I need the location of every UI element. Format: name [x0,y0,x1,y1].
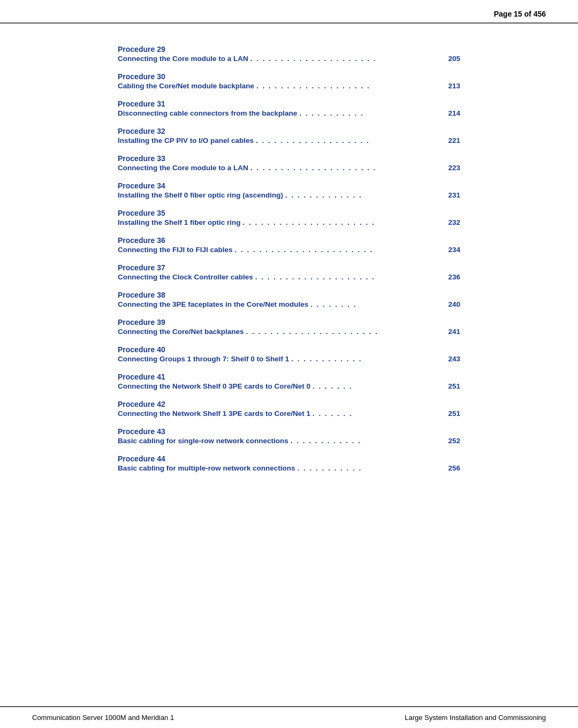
toc-item[interactable]: Procedure 39Connecting the Core/Net back… [118,318,460,336]
procedure-entry-31[interactable]: Disconnecting cable connectors from the … [118,109,460,117]
procedure-entry-42[interactable]: Connecting the Network Shelf 1 3PE cards… [118,410,460,418]
procedure-entry-34[interactable]: Installing the Shelf 0 fiber optic ring … [118,191,460,199]
entry-label: Connecting the Clock Controller cables [118,273,253,281]
procedure-entry-44[interactable]: Basic cabling for multiple-row network c… [118,464,460,472]
entry-page: 243 [448,355,460,363]
entry-label: Connecting the Network Shelf 1 3PE cards… [118,410,310,418]
page-container: Page 15 of 456 Procedure 29Connecting th… [0,0,578,728]
procedure-entry-35[interactable]: Installing the Shelf 1 fiber optic ring … [118,218,460,226]
entry-page: 214 [448,109,460,117]
entry-dots: . . . . . . . . . . . . [291,437,446,445]
procedure-title-29: Procedure 29 [118,45,460,54]
toc-item[interactable]: Procedure 35Installing the Shelf 1 fiber… [118,209,460,226]
toc-item[interactable]: Procedure 42Connecting the Network Shelf… [118,400,460,418]
entry-label: Basic cabling for multiple-row network c… [118,464,295,472]
toc-item[interactable]: Procedure 31Disconnecting cable connecto… [118,100,460,117]
bottom-footer: Communication Server 1000M and Meridian … [0,706,578,728]
procedure-entry-40[interactable]: Connecting Groups 1 through 7: Shelf 0 t… [118,355,460,363]
toc-item[interactable]: Procedure 36Connecting the FIJI to FIJI … [118,236,460,254]
entry-dots: . . . . . . . . . . . . . . . . . . . . [255,273,446,281]
entry-page: 236 [448,273,460,281]
entry-dots: . . . . . . . . . . . . . . . . . . . . … [250,164,446,172]
entry-dots: . . . . . . . . . . . . [291,355,446,363]
entry-dots: . . . . . . . . . . . [298,464,446,472]
procedure-entry-41[interactable]: Connecting the Network Shelf 0 3PE cards… [118,382,460,390]
entry-dots: . . . . . . . . . . . . . . . . . . . [256,82,446,90]
entry-label: Installing the Shelf 0 fiber optic ring … [118,191,283,199]
main-content: Procedure 29Connecting the Core module t… [0,24,578,706]
entry-label: Connecting the 3PE faceplates in the Cor… [118,300,308,308]
procedure-entry-32[interactable]: Installing the CP PIV to I/O panel cable… [118,136,460,145]
entry-dots: . . . . . . . . . . . . . . . . . . . . … [246,328,446,336]
entry-dots: . . . . . . . . [310,300,446,308]
procedure-title-31: Procedure 31 [118,100,460,108]
footer-left: Communication Server 1000M and Meridian … [32,714,174,722]
entry-page: 252 [448,437,460,445]
entry-page: 251 [448,382,460,390]
entry-label: Installing the Shelf 1 fiber optic ring [118,218,241,226]
toc-item[interactable]: Procedure 34Installing the Shelf 0 fiber… [118,181,460,199]
toc-item[interactable]: Procedure 44Basic cabling for multiple-r… [118,454,460,472]
procedure-title-36: Procedure 36 [118,236,460,245]
toc-item[interactable]: Procedure 30Cabling the Core/Net module … [118,72,460,90]
entry-dots: . . . . . . . . . . . . . [285,191,446,199]
toc-item[interactable]: Procedure 38Connecting the 3PE faceplate… [118,291,460,308]
top-header: Page 15 of 456 [0,0,578,24]
procedure-title-40: Procedure 40 [118,345,460,354]
entry-page: 205 [448,55,460,63]
entry-label: Connecting the FIJI to FIJI cables [118,246,233,254]
procedure-title-41: Procedure 41 [118,373,460,381]
procedure-title-42: Procedure 42 [118,400,460,408]
procedure-entry-36[interactable]: Connecting the FIJI to FIJI cables . . .… [118,246,460,254]
toc-item[interactable]: Procedure 41Connecting the Network Shelf… [118,373,460,390]
entry-page: 234 [448,246,460,254]
toc-item[interactable]: Procedure 32Installing the CP PIV to I/O… [118,127,460,145]
entry-dots: . . . . . . . [313,410,446,418]
procedure-title-44: Procedure 44 [118,454,460,463]
toc-item[interactable]: Procedure 33Connecting the Core module t… [118,154,460,172]
entry-label: Connecting the Core/Net backplanes [118,328,244,336]
toc-item[interactable]: Procedure 37Connecting the Clock Control… [118,263,460,281]
entry-page: 241 [448,328,460,336]
entry-dots: . . . . . . . . . . . . . . . . . . . . … [243,218,446,226]
entry-page: 240 [448,300,460,308]
entry-page: 223 [448,164,460,172]
procedure-entry-30[interactable]: Cabling the Core/Net module backplane . … [118,82,460,90]
procedure-title-39: Procedure 39 [118,318,460,327]
procedure-entry-38[interactable]: Connecting the 3PE faceplates in the Cor… [118,300,460,308]
entry-dots: . . . . . . . [313,382,446,390]
entry-label: Connecting the Core module to a LAN [118,55,248,63]
footer-right: Large System Installation and Commission… [405,714,546,722]
toc-item[interactable]: Procedure 40Connecting Groups 1 through … [118,345,460,363]
entry-label: Cabling the Core/Net module backplane [118,82,254,90]
procedure-title-32: Procedure 32 [118,127,460,135]
page-number: Page 15 of 456 [494,10,546,18]
procedure-title-30: Procedure 30 [118,72,460,81]
toc-item[interactable]: Procedure 29Connecting the Core module t… [118,45,460,63]
toc-list: Procedure 29Connecting the Core module t… [118,45,460,472]
procedure-title-38: Procedure 38 [118,291,460,299]
entry-page: 256 [448,464,460,472]
entry-label: Basic cabling for single-row network con… [118,437,288,445]
procedure-title-37: Procedure 37 [118,263,460,272]
entry-dots: . . . . . . . . . . . . . . . . . . . [256,136,446,145]
entry-label: Connecting the Network Shelf 0 3PE cards… [118,382,310,390]
entry-page: 213 [448,82,460,90]
entry-page: 231 [448,191,460,199]
entry-page: 251 [448,410,460,418]
procedure-title-35: Procedure 35 [118,209,460,217]
procedure-entry-37[interactable]: Connecting the Clock Controller cables .… [118,273,460,281]
procedure-title-43: Procedure 43 [118,427,460,436]
procedure-title-33: Procedure 33 [118,154,460,163]
entry-dots: . . . . . . . . . . . . . . . . . . . . … [235,246,446,254]
procedure-entry-29[interactable]: Connecting the Core module to a LAN . . … [118,55,460,63]
procedure-entry-33[interactable]: Connecting the Core module to a LAN . . … [118,164,460,172]
entry-page: 221 [448,136,460,145]
procedure-title-34: Procedure 34 [118,181,460,190]
entry-dots: . . . . . . . . . . . . . . . . . . . . … [250,55,446,63]
entry-label: Disconnecting cable connectors from the … [118,109,297,117]
entry-label: Installing the CP PIV to I/O panel cable… [118,136,254,145]
procedure-entry-39[interactable]: Connecting the Core/Net backplanes . . .… [118,328,460,336]
toc-item[interactable]: Procedure 43Basic cabling for single-row… [118,427,460,445]
procedure-entry-43[interactable]: Basic cabling for single-row network con… [118,437,460,445]
